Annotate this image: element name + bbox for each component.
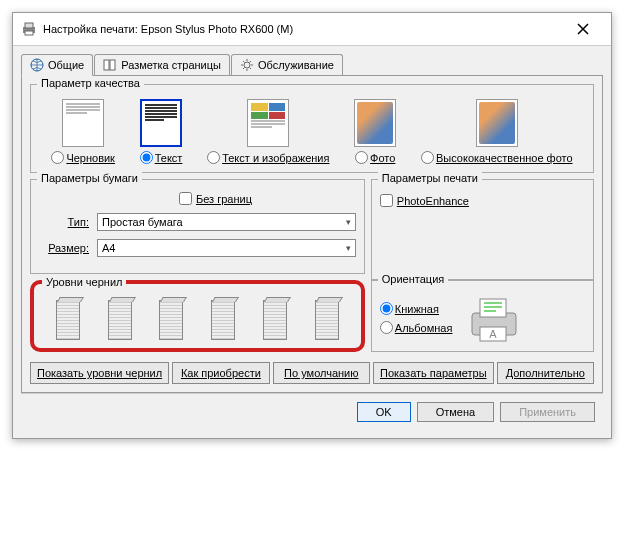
quality-option-best-photo[interactable]: Высококачественное фото xyxy=(421,99,573,164)
chevron-down-icon: ▾ xyxy=(346,217,351,227)
globe-icon xyxy=(30,58,44,72)
photoenhance-label: PhotoEnhance xyxy=(397,195,469,207)
window-title: Настройка печати: Epson Stylus Photo RX6… xyxy=(43,23,563,35)
ink-cartridge xyxy=(56,300,80,340)
tab-maintenance[interactable]: Обслуживание xyxy=(231,54,343,75)
titlebar: Настройка печати: Epson Stylus Photo RX6… xyxy=(13,13,611,46)
svg-text:A: A xyxy=(490,328,498,340)
paper-group-title: Параметры бумаги xyxy=(37,172,142,184)
printer-icon xyxy=(21,21,37,37)
layout-icon xyxy=(103,58,117,72)
printer-preview-icon: A xyxy=(464,293,524,343)
quality-option-photo[interactable]: Фото xyxy=(354,99,396,164)
radio-text-image[interactable] xyxy=(207,151,220,164)
print-options-title: Параметры печати xyxy=(378,172,482,184)
svg-rect-5 xyxy=(110,60,115,70)
svg-rect-4 xyxy=(104,60,109,70)
action-buttons-row: Показать уровни чернил Как приобрести По… xyxy=(30,362,594,384)
svg-rect-8 xyxy=(480,299,506,317)
svg-rect-2 xyxy=(25,31,33,35)
radio-text[interactable] xyxy=(140,151,153,164)
quality-option-text-image[interactable]: Текст и изображения xyxy=(207,99,329,164)
svg-rect-1 xyxy=(25,23,33,28)
radio-photo[interactable] xyxy=(355,151,368,164)
radio-portrait[interactable] xyxy=(380,302,393,315)
chevron-down-icon: ▾ xyxy=(346,243,351,253)
dialog-content: Общие Разметка страницы Обслуживание Пар… xyxy=(13,46,611,438)
ink-cartridge xyxy=(315,300,339,340)
ink-cartridge xyxy=(211,300,235,340)
defaults-button[interactable]: По умолчанию xyxy=(273,362,370,384)
ink-cartridge xyxy=(108,300,132,340)
tab-general[interactable]: Общие xyxy=(21,54,93,76)
show-params-button[interactable]: Показать параметры xyxy=(373,362,494,384)
ok-button[interactable]: OK xyxy=(357,402,411,422)
gear-icon xyxy=(240,58,254,72)
close-button[interactable] xyxy=(563,17,603,41)
select-paper-size[interactable]: A4 ▾ xyxy=(97,239,356,257)
radio-draft[interactable] xyxy=(51,151,64,164)
orientation-title: Ориентация xyxy=(378,273,448,285)
ink-cartridge xyxy=(263,300,287,340)
radio-landscape[interactable] xyxy=(380,321,393,334)
tab-panel-general: Параметр качества Черновик Текст Текст и… xyxy=(21,76,603,393)
show-ink-button[interactable]: Показать уровни чернил xyxy=(30,362,169,384)
quality-option-text[interactable]: Текст xyxy=(140,99,183,164)
quality-group: Параметр качества Черновик Текст Текст и… xyxy=(30,84,594,173)
print-settings-dialog: Настройка печати: Epson Stylus Photo RX6… xyxy=(12,12,612,439)
paper-group: Параметры бумаги Без границ Тип: Простая… xyxy=(30,179,365,274)
select-paper-type[interactable]: Простая бумага ▾ xyxy=(97,213,356,231)
borderless-label: Без границ xyxy=(196,193,252,205)
orientation-group: Ориентация Книжная Альбомная A xyxy=(371,280,594,352)
radio-best-photo[interactable] xyxy=(421,151,434,164)
checkbox-photoenhance[interactable] xyxy=(380,194,393,207)
tab-layout[interactable]: Разметка страницы xyxy=(94,54,230,75)
size-label: Размер: xyxy=(39,242,89,254)
dialog-buttons: OK Отмена Применить xyxy=(21,393,603,430)
ink-levels-group: Уровни чернил xyxy=(30,280,365,352)
ink-levels-title: Уровни чернил xyxy=(42,276,126,288)
type-label: Тип: xyxy=(39,216,89,228)
print-options-group: Параметры печати PhotoEnhance xyxy=(371,179,594,280)
how-buy-button[interactable]: Как приобрести xyxy=(172,362,269,384)
ink-cartridge xyxy=(159,300,183,340)
checkbox-borderless[interactable] xyxy=(179,192,192,205)
quality-group-title: Параметр качества xyxy=(37,77,144,89)
apply-button[interactable]: Применить xyxy=(500,402,595,422)
svg-point-6 xyxy=(244,62,250,68)
quality-option-draft[interactable]: Черновик xyxy=(51,99,115,164)
tab-bar: Общие Разметка страницы Обслуживание xyxy=(21,54,603,76)
advanced-button[interactable]: Дополнительно xyxy=(497,362,594,384)
cancel-button[interactable]: Отмена xyxy=(417,402,494,422)
